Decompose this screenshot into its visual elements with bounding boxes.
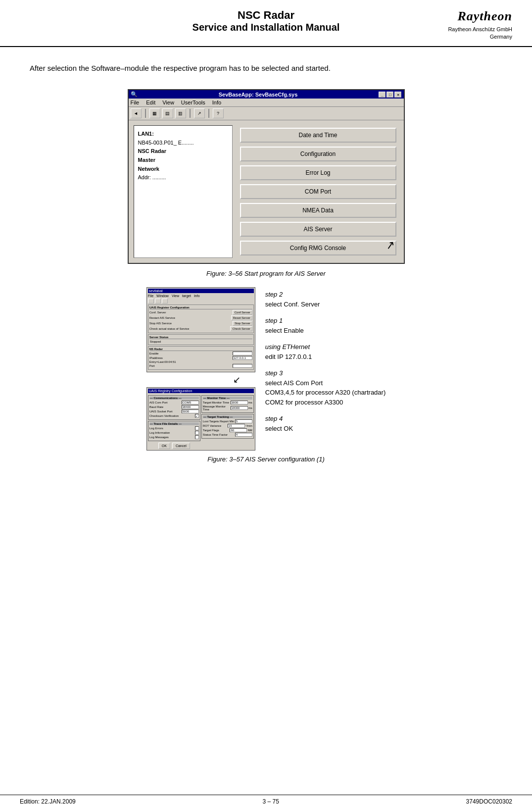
page-content: After selection the Software–module the … (0, 47, 532, 473)
cursor-arrow-icon: ↗ (385, 239, 395, 253)
log-errors-checkbox[interactable] (195, 426, 199, 430)
menu-usertools[interactable]: UserTools (181, 100, 205, 105)
ns-radar-title: NS Radar (149, 348, 252, 351)
ais-menu-info[interactable]: Info (194, 294, 200, 298)
stop-row: Stop AIS Service Stop Server (149, 321, 252, 326)
checksum-checkbox[interactable]: ✓ (195, 414, 199, 418)
btn-ais-server[interactable]: AIS Server (240, 222, 396, 237)
titlebar-text: SevBaseApp: SevBaseCfg.sys (219, 92, 298, 98)
maximize-button[interactable]: □ (387, 92, 393, 98)
ais-toolbar-btn2[interactable] (155, 299, 161, 303)
log-info-label: Log Information (149, 431, 170, 434)
lost-targets-input[interactable]: 5 (235, 419, 252, 423)
log-msg-checkbox[interactable] (195, 435, 199, 439)
conf-server-btn[interactable]: Conf Server (233, 310, 252, 315)
baud-rate-input[interactable]: 38400 (182, 405, 199, 409)
ais-menu-target[interactable]: target (182, 294, 191, 298)
port-label: Port (149, 364, 155, 367)
win-body: LAN1: NB45-003.P01_ E........ NSC Radar … (129, 120, 404, 263)
baud-rate-label: Baud Rate (149, 405, 163, 408)
ok-button[interactable]: OK (158, 443, 170, 449)
com-port-input[interactable]: COM5 (182, 401, 199, 404)
minimize-button[interactable]: _ (379, 92, 386, 98)
menu-edit[interactable]: Edit (146, 100, 155, 105)
figure2-content: sevitabat File Window View target Info (146, 287, 386, 451)
win-toolbar: ◄ ▦ ▤ ▥ ↗ ? (129, 107, 404, 120)
close-button[interactable]: × (394, 92, 401, 98)
toolbar-btn2[interactable]: ▤ (162, 108, 173, 118)
target-flags-row: Target Flags 60 NM (203, 428, 252, 432)
ais-menu-file[interactable]: File (148, 294, 153, 298)
step3-label: step 3 (265, 368, 386, 378)
baud-rate-row: Baud Rate 38400 (149, 405, 199, 409)
ais-toolbar-btn1[interactable] (148, 299, 154, 303)
ip-input[interactable]: 127.0.0.1 (233, 356, 252, 360)
left-line3: NSC Radar (138, 147, 228, 156)
ns-radar-section: NS Radar Enable IPaddress 127.0.0.1 Entr… (148, 346, 254, 370)
log-info-checkbox[interactable] (195, 431, 199, 435)
btn-nmea-data[interactable]: NMEA Data (240, 203, 396, 218)
step2-label: step 2 (265, 290, 386, 300)
menu-view[interactable]: View (162, 100, 174, 105)
down-arrow-icon: ↙ (233, 374, 241, 385)
server-status-section: Server Status Stopped (148, 334, 254, 345)
check-btn[interactable]: Check Server (230, 326, 252, 331)
enable-input[interactable] (233, 352, 252, 355)
title-line2: Service and Installation Manual (99, 22, 433, 33)
restart-btn[interactable]: Reset Server (231, 315, 252, 320)
log-info-row: Log Information (149, 431, 199, 435)
ip-label: IPaddress (149, 356, 163, 359)
arrow-between: ↙ (146, 372, 255, 387)
config-screen: UAIS Registry Configuration — Communicat… (146, 387, 255, 451)
btn-com-port[interactable]: COM Port (240, 184, 396, 199)
toolbar-btn1[interactable]: ▦ (149, 108, 160, 118)
win-titlebar: 🔍 SevBaseApp: SevBaseCfg.sys _ □ × (129, 90, 404, 99)
socket-port-input[interactable]: 5000 (182, 409, 199, 413)
config-buttons: OK Cancel (148, 443, 200, 449)
title-line1: NSC Radar (99, 9, 433, 22)
target-flags-input[interactable]: 60 (230, 428, 247, 432)
btn-config-rmg[interactable]: Config RMG Console (240, 241, 396, 255)
cancel-button[interactable]: Cancel (172, 443, 190, 449)
rot-variance-input[interactable]: 15 (228, 424, 245, 428)
ais-menu-window[interactable]: Window (156, 294, 169, 298)
menu-file[interactable]: File (131, 100, 140, 105)
entry-row: Entry=Last:00:04:51 (149, 360, 252, 363)
log-msg-label: Log Messages (149, 436, 169, 439)
port-input[interactable] (233, 364, 252, 368)
page-header: NSC Radar Service and Installation Manua… (0, 0, 532, 47)
header-title: NSC Radar Service and Installation Manua… (99, 9, 433, 33)
step4-item: step 4 select OK (265, 414, 386, 433)
status-time-input[interactable]: 4 (235, 433, 252, 437)
comm-section: — Communications — AIS Com Port COM5 Bau… (148, 395, 200, 420)
toolbar-sep1 (145, 109, 146, 118)
uais-register-section: UAIS Register Configuration Conf. Server… (148, 304, 254, 333)
trace-title: — Trace File Details — (149, 422, 199, 425)
check-label: Check actual status of Service (149, 327, 190, 330)
btn-error-log[interactable]: Error Log (240, 165, 396, 180)
stop-btn[interactable]: Stop Server (233, 321, 252, 326)
btn-configuration[interactable]: Configuration (240, 147, 396, 161)
rot-variance-row: ROT Variance 15 °/min (203, 424, 252, 428)
target-monitor-label: Target Monitor Time (203, 401, 229, 404)
target-flags-label: Target Flags (203, 429, 219, 432)
config-titlebar: UAIS Registry Configuration (148, 389, 254, 393)
status-time-row: Status Time Factor 4 (203, 433, 252, 437)
right-panel: Date and Time Configuration Error Log CO… (238, 125, 399, 258)
toolbar-btn3[interactable]: ▥ (175, 108, 186, 118)
ais-toolbar-btn3[interactable] (162, 299, 168, 303)
btn-date-time[interactable]: Date and Time (240, 128, 396, 143)
msg-monitor-input[interactable]: 18000 (231, 406, 248, 410)
com-port-row: AIS Com Port COM5 (149, 401, 199, 404)
toolbar-btn4[interactable]: ↗ (194, 108, 205, 118)
toolbar-help[interactable]: ? (213, 108, 224, 118)
ais-menu-view[interactable]: View (172, 294, 179, 298)
toolbar-back[interactable]: ◄ (131, 108, 142, 118)
target-monitor-row: Target Monitor Time 3000 ms (203, 401, 252, 404)
footer-edition: Edition: 22.JAN.2009 (20, 798, 76, 805)
left-line2: NB45-003.P01_ E........ (138, 139, 228, 148)
target-monitor-input[interactable]: 3000 (231, 401, 248, 404)
menu-info[interactable]: Info (212, 100, 221, 105)
target-flags-spinner: 60 NM (230, 428, 252, 432)
left-line5: Network (138, 165, 228, 174)
